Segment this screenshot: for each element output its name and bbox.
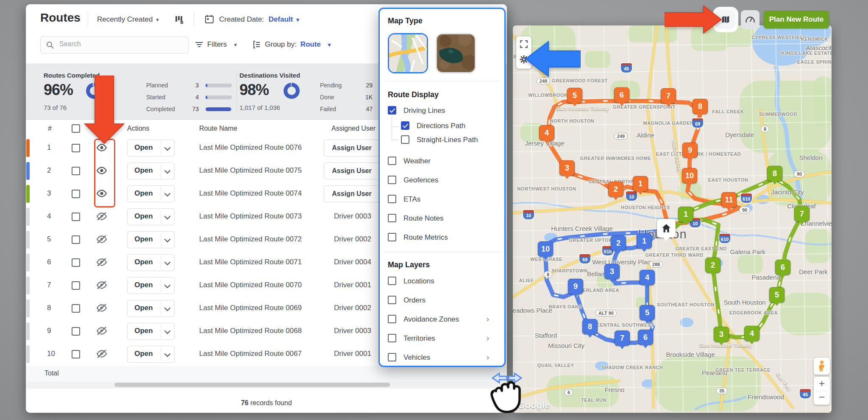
blue-route-stop-marker[interactable]: 7 (615, 330, 630, 346)
map-settings-gear-icon[interactable] (520, 55, 528, 64)
orange-route-stop-marker[interactable]: 7 (661, 88, 676, 104)
eye-hidden-icon[interactable] (96, 235, 111, 245)
green-route-stop-marker[interactable]: 4 (744, 326, 760, 341)
open-route-button[interactable]: Open (127, 300, 175, 317)
open-route-button[interactable]: Open (127, 140, 175, 157)
eye-hidden-icon[interactable] (96, 303, 111, 314)
route-display-option-straight-lines-path[interactable]: Straight-Lines Path (380, 135, 504, 146)
assign-user-button[interactable]: Assign User (324, 185, 380, 202)
checkbox[interactable] (388, 296, 396, 304)
map-layer-option-territories[interactable]: Territories› (380, 333, 504, 344)
row-checkbox[interactable] (72, 235, 80, 244)
route-name[interactable]: Last Mile Optimized Route 0070 (199, 281, 302, 289)
green-route-stop-marker[interactable]: 6 (775, 260, 790, 275)
orange-route-stop-marker[interactable]: 2 (608, 182, 623, 197)
blue-route-stop-marker[interactable]: 10 (538, 241, 553, 257)
eye-hidden-icon[interactable] (96, 212, 111, 222)
sort-dropdown[interactable]: Recently Created▾ (97, 15, 159, 24)
checkbox[interactable] (388, 233, 396, 241)
blue-route-stop-marker[interactable]: 8 (582, 319, 598, 334)
row-checkbox[interactable] (72, 281, 80, 290)
orange-route-stop-marker[interactable]: 1 (633, 176, 648, 191)
search-box[interactable] (40, 36, 189, 53)
map-layer-option-vehicles[interactable]: Vehicles› (380, 353, 504, 364)
route-name[interactable]: Last Mile Optimized Route 0069 (199, 304, 302, 312)
route-name[interactable]: Last Mile Optimized Route 0074 (199, 189, 302, 198)
orange-route-stop-marker[interactable]: 11 (721, 192, 737, 207)
checkbox[interactable] (388, 353, 396, 361)
green-route-stop-marker[interactable]: 3 (714, 327, 729, 342)
columns-settings-icon[interactable] (174, 14, 184, 25)
eye-hidden-icon[interactable] (96, 349, 111, 359)
route-display-option-directions-path[interactable]: Directions Path (380, 121, 504, 132)
search-input[interactable] (58, 40, 183, 48)
map-card[interactable]: LAKEWOOD FORESTWILLOWBROOKGREENWOOD FORE… (513, 25, 832, 413)
blue-route-stop-marker[interactable]: 3 (604, 264, 620, 279)
route-name[interactable]: Last Mile Optimized Route 0073 (199, 212, 302, 221)
green-route-stop-marker[interactable]: 7 (794, 206, 810, 221)
route-name[interactable]: Last Mile Optimized Route 0068 (199, 327, 302, 335)
created-date-dropdown[interactable]: Created Date: Default▾ (219, 15, 299, 24)
assign-user-button[interactable]: Assign User (324, 140, 380, 157)
row-checkbox[interactable] (72, 304, 80, 313)
green-route-stop-marker[interactable]: 5 (769, 287, 785, 302)
green-route-stop-marker[interactable]: 1 (678, 207, 693, 222)
chevron-right-icon[interactable]: › (487, 334, 489, 343)
blue-route-stop-marker[interactable]: 5 (640, 305, 655, 320)
route-name[interactable]: Last Mile Optimized Route 0072 (199, 235, 302, 244)
route-display-option-geofences[interactable]: Geofences (380, 175, 504, 186)
chevron-right-icon[interactable]: › (487, 353, 489, 362)
zoom-out-button[interactable]: − (814, 391, 830, 403)
open-route-button[interactable]: Open (127, 277, 175, 294)
plan-new-route-button[interactable]: Plan New Route (764, 11, 829, 28)
route-name[interactable]: Last Mile Optimized Route 0075 (199, 166, 302, 175)
group-by-dropdown[interactable]: Group by: Route▾ (253, 36, 331, 53)
map-layer-option-locations[interactable]: Locations (380, 276, 504, 287)
map-type-roadmap-option[interactable] (388, 33, 428, 73)
open-route-button[interactable]: Open (127, 323, 175, 340)
chevron-right-icon[interactable]: › (487, 315, 489, 324)
eye-hidden-icon[interactable] (96, 280, 111, 291)
checkbox-checked[interactable] (401, 121, 409, 130)
orange-route-stop-marker[interactable]: 9 (682, 143, 698, 158)
depot-home-marker[interactable] (657, 219, 676, 238)
pegman-control[interactable] (814, 358, 830, 375)
blue-route-stop-marker[interactable]: 6 (638, 330, 653, 345)
horizontal-scrollbar[interactable] (26, 382, 507, 388)
checkbox[interactable] (388, 315, 396, 323)
route-display-option-weather[interactable]: Weather (380, 156, 504, 167)
checkbox-checked[interactable] (388, 106, 396, 115)
green-route-stop-marker[interactable]: 8 (767, 166, 782, 181)
open-route-button[interactable]: Open (127, 162, 175, 179)
map-layer-option-avoidance-zones[interactable]: Avoidance Zones› (380, 314, 504, 325)
blue-route-stop-marker[interactable]: 1 (637, 233, 652, 249)
zoom-in-button[interactable]: + (814, 378, 830, 389)
eye-hidden-icon[interactable] (96, 258, 111, 268)
dashboard-view-button[interactable] (741, 10, 760, 29)
orange-route-stop-marker[interactable]: 5 (567, 88, 582, 103)
checkbox[interactable] (388, 277, 396, 285)
route-display-option-etas[interactable]: ETAs (380, 194, 504, 205)
blue-route-stop-marker[interactable]: 2 (611, 235, 626, 251)
route-display-option-route-notes[interactable]: Route Notes (380, 213, 504, 224)
route-name[interactable]: Last Mile Optimized Route 0076 (199, 143, 302, 152)
map-layer-option-orders[interactable]: Orders (380, 295, 504, 306)
orange-route-stop-marker[interactable]: 6 (614, 87, 629, 103)
checkbox[interactable] (401, 135, 409, 144)
row-checkbox[interactable] (72, 258, 80, 267)
open-route-button[interactable]: Open (127, 231, 175, 248)
fullscreen-icon[interactable] (520, 40, 528, 48)
route-name[interactable]: Last Mile Optimized Route 0067 (199, 350, 302, 358)
orange-route-stop-marker[interactable]: 4 (539, 125, 554, 140)
blue-route-stop-marker[interactable]: 9 (568, 279, 583, 294)
checkbox[interactable] (388, 176, 396, 184)
map-view-button[interactable] (716, 10, 735, 29)
row-checkbox[interactable] (72, 350, 80, 358)
open-route-button[interactable]: Open (127, 254, 175, 271)
checkbox[interactable] (388, 195, 396, 203)
row-checkbox[interactable] (72, 167, 80, 175)
green-route-stop-marker[interactable]: 2 (705, 258, 721, 273)
map-type-satellite-option[interactable] (436, 33, 476, 73)
orange-route-stop-marker[interactable]: 8 (693, 99, 708, 114)
assign-user-button[interactable]: Assign User (324, 162, 380, 179)
